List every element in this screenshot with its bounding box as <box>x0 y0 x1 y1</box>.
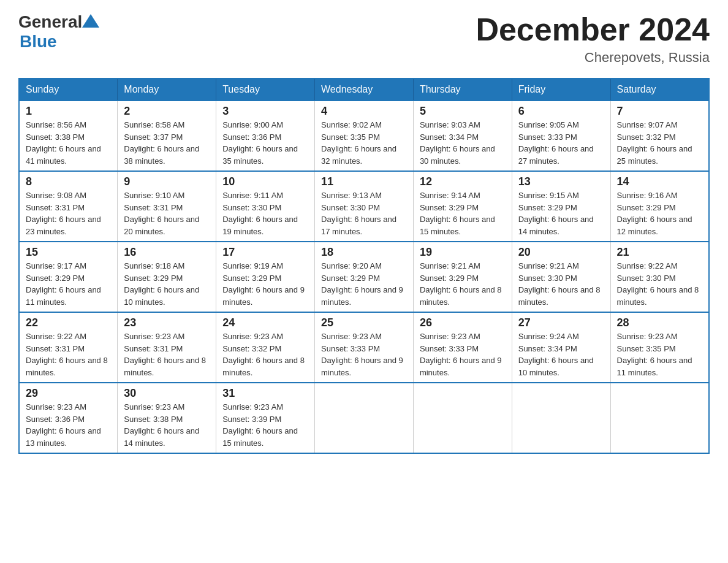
calendar-cell: 4 Sunrise: 9:02 AMSunset: 3:35 PMDayligh… <box>315 101 414 171</box>
week-row-3: 15 Sunrise: 9:17 AMSunset: 3:29 PMDaylig… <box>19 242 709 312</box>
day-number: 22 <box>26 316 111 329</box>
calendar-cell: 10 Sunrise: 9:11 AMSunset: 3:30 PMDaylig… <box>216 171 315 242</box>
day-info: Sunrise: 9:22 AMSunset: 3:30 PMDaylight:… <box>617 260 702 308</box>
calendar-cell: 20 Sunrise: 9:21 AMSunset: 3:30 PMDaylig… <box>512 242 610 312</box>
day-number: 6 <box>518 105 604 118</box>
day-info: Sunrise: 9:02 AMSunset: 3:35 PMDaylight:… <box>321 119 407 167</box>
day-number: 10 <box>222 175 308 188</box>
calendar-cell: 28 Sunrise: 9:23 AMSunset: 3:35 PMDaylig… <box>610 312 709 383</box>
calendar-cell: 26 Sunrise: 9:23 AMSunset: 3:33 PMDaylig… <box>413 312 512 383</box>
day-number: 26 <box>420 316 506 329</box>
calendar-cell: 30 Sunrise: 9:23 AMSunset: 3:38 PMDaylig… <box>118 383 216 453</box>
location-label: Cherepovets, Russia <box>476 50 710 66</box>
calendar-cell <box>610 383 709 453</box>
calendar-cell: 31 Sunrise: 9:23 AMSunset: 3:39 PMDaylig… <box>216 383 315 453</box>
weekday-header-thursday: Thursday <box>413 79 512 101</box>
day-info: Sunrise: 9:23 AMSunset: 3:32 PMDaylight:… <box>222 331 308 378</box>
day-number: 21 <box>617 246 702 259</box>
calendar-cell: 6 Sunrise: 9:05 AMSunset: 3:33 PMDayligh… <box>512 101 610 171</box>
day-info: Sunrise: 8:56 AMSunset: 3:38 PMDaylight:… <box>26 119 111 167</box>
day-number: 20 <box>518 246 604 259</box>
day-info: Sunrise: 9:11 AMSunset: 3:30 PMDaylight:… <box>222 190 308 237</box>
day-info: Sunrise: 9:13 AMSunset: 3:30 PMDaylight:… <box>321 190 407 237</box>
calendar-cell <box>512 383 610 453</box>
calendar-cell: 27 Sunrise: 9:24 AMSunset: 3:34 PMDaylig… <box>512 312 610 383</box>
day-number: 31 <box>222 387 308 400</box>
month-title: December 2024 <box>476 12 710 47</box>
day-info: Sunrise: 9:24 AMSunset: 3:34 PMDaylight:… <box>518 331 604 378</box>
logo: General Blue <box>18 12 99 52</box>
day-info: Sunrise: 9:03 AMSunset: 3:34 PMDaylight:… <box>420 119 506 167</box>
calendar-cell: 17 Sunrise: 9:19 AMSunset: 3:29 PMDaylig… <box>216 242 315 312</box>
weekday-header-monday: Monday <box>118 79 216 101</box>
day-number: 18 <box>321 246 407 259</box>
logo-blue-text: Blue <box>20 32 57 52</box>
day-number: 23 <box>124 316 210 329</box>
weekday-header-wednesday: Wednesday <box>315 79 414 101</box>
calendar-cell: 22 Sunrise: 9:22 AMSunset: 3:31 PMDaylig… <box>19 312 118 383</box>
day-number: 17 <box>222 246 308 259</box>
day-number: 2 <box>124 105 210 118</box>
day-number: 7 <box>617 105 702 118</box>
day-info: Sunrise: 9:05 AMSunset: 3:33 PMDaylight:… <box>518 119 604 167</box>
calendar-cell: 3 Sunrise: 9:00 AMSunset: 3:36 PMDayligh… <box>216 101 315 171</box>
day-info: Sunrise: 9:16 AMSunset: 3:29 PMDaylight:… <box>617 190 702 237</box>
day-number: 13 <box>518 175 604 188</box>
day-number: 5 <box>420 105 506 118</box>
day-info: Sunrise: 9:23 AMSunset: 3:31 PMDaylight:… <box>124 331 210 378</box>
title-section: December 2024 Cherepovets, Russia <box>476 12 710 66</box>
week-row-5: 29 Sunrise: 9:23 AMSunset: 3:36 PMDaylig… <box>19 383 709 453</box>
day-info: Sunrise: 9:19 AMSunset: 3:29 PMDaylight:… <box>222 260 308 308</box>
calendar-cell <box>315 383 414 453</box>
day-info: Sunrise: 9:22 AMSunset: 3:31 PMDaylight:… <box>26 331 111 378</box>
day-info: Sunrise: 8:58 AMSunset: 3:37 PMDaylight:… <box>124 119 210 167</box>
calendar-cell: 1 Sunrise: 8:56 AMSunset: 3:38 PMDayligh… <box>19 101 118 171</box>
day-info: Sunrise: 9:23 AMSunset: 3:33 PMDaylight:… <box>420 331 506 378</box>
calendar-cell: 15 Sunrise: 9:17 AMSunset: 3:29 PMDaylig… <box>19 242 118 312</box>
weekday-header-friday: Friday <box>512 79 610 101</box>
day-info: Sunrise: 9:07 AMSunset: 3:32 PMDaylight:… <box>617 119 702 167</box>
day-number: 8 <box>26 175 111 188</box>
day-info: Sunrise: 9:17 AMSunset: 3:29 PMDaylight:… <box>26 260 111 308</box>
day-info: Sunrise: 9:18 AMSunset: 3:29 PMDaylight:… <box>124 260 210 308</box>
calendar-cell: 23 Sunrise: 9:23 AMSunset: 3:31 PMDaylig… <box>118 312 216 383</box>
day-number: 19 <box>420 246 506 259</box>
calendar-cell: 16 Sunrise: 9:18 AMSunset: 3:29 PMDaylig… <box>118 242 216 312</box>
weekday-header-row: SundayMondayTuesdayWednesdayThursdayFrid… <box>19 79 709 101</box>
day-info: Sunrise: 9:20 AMSunset: 3:29 PMDaylight:… <box>321 260 407 308</box>
weekday-header-tuesday: Tuesday <box>216 79 315 101</box>
calendar-cell: 19 Sunrise: 9:21 AMSunset: 3:29 PMDaylig… <box>413 242 512 312</box>
day-info: Sunrise: 9:10 AMSunset: 3:31 PMDaylight:… <box>124 190 210 237</box>
day-number: 27 <box>518 316 604 329</box>
day-number: 24 <box>222 316 308 329</box>
calendar-cell: 11 Sunrise: 9:13 AMSunset: 3:30 PMDaylig… <box>315 171 414 242</box>
calendar-cell: 12 Sunrise: 9:14 AMSunset: 3:29 PMDaylig… <box>413 171 512 242</box>
day-number: 11 <box>321 175 407 188</box>
week-row-4: 22 Sunrise: 9:22 AMSunset: 3:31 PMDaylig… <box>19 312 709 383</box>
day-info: Sunrise: 9:23 AMSunset: 3:35 PMDaylight:… <box>617 331 702 378</box>
day-number: 1 <box>26 105 111 118</box>
week-row-2: 8 Sunrise: 9:08 AMSunset: 3:31 PMDayligh… <box>19 171 709 242</box>
calendar-cell <box>413 383 512 453</box>
day-info: Sunrise: 9:23 AMSunset: 3:38 PMDaylight:… <box>124 401 210 449</box>
calendar-cell: 8 Sunrise: 9:08 AMSunset: 3:31 PMDayligh… <box>19 171 118 242</box>
calendar-cell: 24 Sunrise: 9:23 AMSunset: 3:32 PMDaylig… <box>216 312 315 383</box>
day-info: Sunrise: 9:08 AMSunset: 3:31 PMDaylight:… <box>26 190 111 237</box>
day-info: Sunrise: 9:23 AMSunset: 3:33 PMDaylight:… <box>321 331 407 378</box>
calendar-cell: 5 Sunrise: 9:03 AMSunset: 3:34 PMDayligh… <box>413 101 512 171</box>
weekday-header-saturday: Saturday <box>610 79 709 101</box>
day-number: 4 <box>321 105 407 118</box>
day-info: Sunrise: 9:23 AMSunset: 3:36 PMDaylight:… <box>26 401 111 449</box>
week-row-1: 1 Sunrise: 8:56 AMSunset: 3:38 PMDayligh… <box>19 101 709 171</box>
logo-triangle-icon <box>82 14 99 28</box>
day-info: Sunrise: 9:15 AMSunset: 3:29 PMDaylight:… <box>518 190 604 237</box>
calendar-cell: 14 Sunrise: 9:16 AMSunset: 3:29 PMDaylig… <box>610 171 709 242</box>
day-info: Sunrise: 9:21 AMSunset: 3:30 PMDaylight:… <box>518 260 604 308</box>
day-number: 29 <box>26 387 111 400</box>
calendar-cell: 25 Sunrise: 9:23 AMSunset: 3:33 PMDaylig… <box>315 312 414 383</box>
calendar-cell: 2 Sunrise: 8:58 AMSunset: 3:37 PMDayligh… <box>118 101 216 171</box>
day-number: 12 <box>420 175 506 188</box>
day-number: 28 <box>617 316 702 329</box>
day-info: Sunrise: 9:21 AMSunset: 3:29 PMDaylight:… <box>420 260 506 308</box>
calendar-cell: 7 Sunrise: 9:07 AMSunset: 3:32 PMDayligh… <box>610 101 709 171</box>
